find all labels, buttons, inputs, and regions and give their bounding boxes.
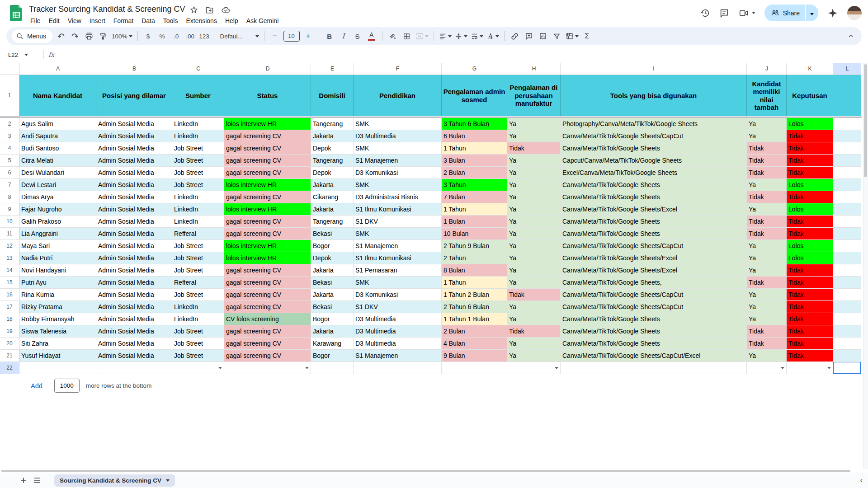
italic-button[interactable]: I [338,30,349,42]
scroll-tabs-icon[interactable]: ‹ [860,476,863,484]
cell-F16[interactable]: D3 Komunikasi [354,289,442,301]
cell-C2[interactable]: LinkedIn [172,118,224,130]
decrease-decimal-button[interactable]: .0 [171,30,182,42]
cell-H7[interactable]: Ya [507,179,561,191]
cell-B13[interactable]: Admin Sosial Media [96,252,172,264]
cell-B18[interactable]: Admin Sosial Media [96,313,172,325]
cell-J2[interactable]: Ya [747,118,787,130]
cell-E8[interactable]: Cikarang [311,191,354,203]
decrease-font-size-button[interactable]: − [269,30,280,42]
cell-F4[interactable]: SMK [354,142,442,155]
cell-H19[interactable]: Tidak [507,325,561,338]
cell-B15[interactable]: Admin Sosial Media [96,277,172,289]
cell-B6[interactable]: Admin Sosial Media [96,167,172,179]
row-header-21[interactable]: 21 [0,350,19,362]
cell-H5[interactable]: Ya [507,155,561,167]
cell-A20[interactable]: Siti Zahra [19,338,96,350]
cell-C6[interactable]: Job Street [172,167,224,179]
cell-D11[interactable]: gagal screening CV [224,228,311,240]
cell-G2[interactable]: 3 Tahun 6 Bulan [442,118,507,130]
horizontal-scrollbar[interactable] [1,470,850,472]
insert-link-button[interactable] [509,30,520,42]
cell-I7[interactable]: Canva/Meta/TikTok/Google Sheets [561,179,747,191]
increase-decimal-button[interactable]: .00 [185,30,196,42]
cell-C18[interactable]: LinkedIn [172,313,224,325]
cell-J8[interactable]: Tidak [747,191,787,203]
version-history-icon[interactable] [700,8,710,18]
cell-F9[interactable]: S1 Ilmu Komunikasi [354,203,442,216]
dropdown-arrow-icon[interactable] [555,367,558,369]
cell-H13[interactable]: Ya [507,252,561,264]
cell-B7[interactable]: Admin Sosial Media [96,179,172,191]
menu-help[interactable]: Help [222,16,241,25]
cell-G13[interactable]: 2 Tahun [442,252,507,264]
cell-K9[interactable]: Lolos [787,203,833,216]
cell-A7[interactable]: Dewi Lestari [19,179,96,191]
row-header-2[interactable]: 2 [0,118,19,130]
cell-J14[interactable]: Ya [747,264,787,277]
cell-E22[interactable] [311,362,354,374]
cell-G17[interactable]: 2 Tahun 6 Bulan [442,301,507,313]
cell-L22[interactable] [833,362,861,374]
column-header-I[interactable]: I [561,63,747,75]
cell-F6[interactable]: D3 Komunikasi [354,167,442,179]
menu-insert[interactable]: Insert [86,16,108,25]
cell-I10[interactable]: Canva/Meta/TikTok/Google Sheets [561,216,747,228]
document-title[interactable]: Tracker Sourcing Kandidat & Screening CV [29,5,185,14]
cell-H2[interactable]: Ya [507,118,561,130]
cell-A10[interactable]: Galih Prakoso [19,216,96,228]
cell-F22[interactable] [354,362,442,374]
cell-D19[interactable]: gagal screening CV [224,325,311,338]
cell-J7[interactable]: Ya [747,179,787,191]
cell-A9[interactable]: Fajar Nugroho [19,203,96,216]
cell-D16[interactable]: gagal screening CV [224,289,311,301]
cell-G5[interactable]: 3 Bulan [442,155,507,167]
font-size-input[interactable]: 10 [283,31,300,42]
cell-K12[interactable]: Lolos [787,240,833,252]
cell-K13[interactable]: Lolos [787,252,833,264]
cell-I2[interactable]: Photography/Canva/Meta/TikTok/Google She… [561,118,747,130]
cell-A16[interactable]: Rina Kurnia [19,289,96,301]
row-header-22[interactable]: 22 [0,362,19,374]
cell-E14[interactable]: Jakarta [311,264,354,277]
active-sheet-tab[interactable]: Sourcing Kandidat & Screening CV [54,474,175,487]
add-rows-button[interactable]: Add [25,380,48,392]
menu-format[interactable]: Format [110,16,137,25]
cell-D17[interactable]: gagal screening CV [224,301,311,313]
header-cell[interactable]: Domisili [311,75,354,116]
dropdown-arrow-icon[interactable] [218,367,222,369]
gemini-sparkle-icon[interactable] [827,8,838,19]
cell-E5[interactable]: Tangerang [311,155,354,167]
cell-E9[interactable]: Jakarta [311,203,354,216]
cell-F3[interactable]: D3 Multimedia [354,130,442,142]
format-currency-button[interactable]: $ [143,30,154,42]
strikethrough-button[interactable]: S [352,30,363,42]
cell-E12[interactable]: Bogor [311,240,354,252]
cell-K3[interactable]: Tidak [787,130,833,142]
cell-K20[interactable]: Tidak [787,338,833,350]
cell-G20[interactable]: 4 Bulan [442,338,507,350]
cell-C19[interactable]: Job Street [172,325,224,338]
menu-edit[interactable]: Edit [46,16,63,25]
row-header-9[interactable]: 9 [0,203,19,216]
cell-B5[interactable]: Admin Sosial Media [96,155,172,167]
menu-ask-gemini[interactable]: Ask Gemini [243,16,282,25]
cell-C22[interactable] [172,362,224,374]
header-cell[interactable]: Status [224,75,311,116]
cell-D20[interactable]: gagal screening CV [224,338,311,350]
cell-I11[interactable]: Canva/Meta/TikTok/Google Sheets [561,228,747,240]
all-sheets-icon[interactable] [33,476,42,485]
cell-J21[interactable]: Ya [747,350,787,362]
row-header-13[interactable]: 13 [0,252,19,264]
cell-E13[interactable]: Depok [311,252,354,264]
cell-A18[interactable]: Robby Firmansyah [19,313,96,325]
cell-D10[interactable]: gagal screening CV [224,216,311,228]
header-cell[interactable]: Posisi yang dilamar [96,75,172,116]
column-header-D[interactable]: D [224,63,311,75]
dropdown-arrow-icon[interactable] [781,367,784,369]
cell-B12[interactable]: Admin Sosial Media [96,240,172,252]
cell-F12[interactable]: S1 Manajemen [354,240,442,252]
cell-K21[interactable]: Tidak [787,350,833,362]
format-percent-button[interactable]: % [157,30,168,42]
cell-B2[interactable]: Admin Sosial Media [96,118,172,130]
